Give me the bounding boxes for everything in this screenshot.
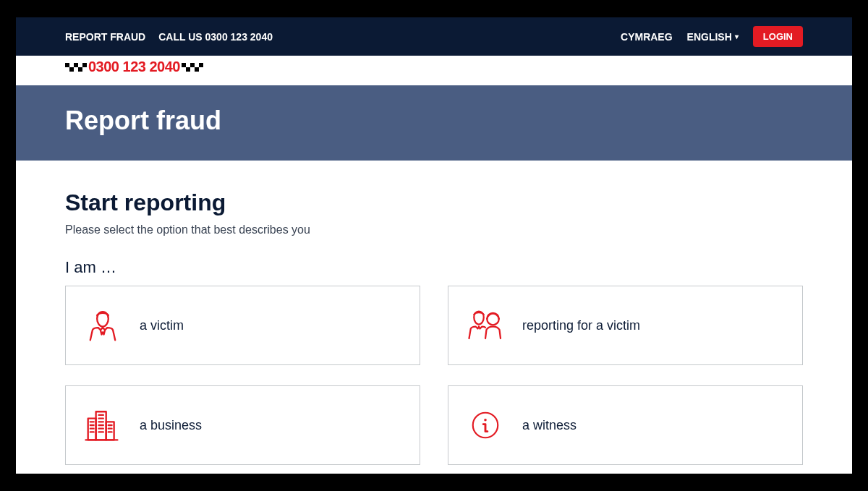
building-icon	[83, 406, 122, 445]
logo-phone-number: 0300 123 2040	[88, 59, 180, 75]
option-card-reporting-for-victim-label: reporting for a victim	[522, 318, 640, 333]
i-am-label: I am …	[65, 258, 803, 277]
checker-pattern-left	[65, 63, 87, 72]
call-us-link[interactable]: CALL US 0300 123 2040	[158, 31, 273, 43]
language-english-label: ENGLISH	[687, 31, 732, 43]
option-card-victim[interactable]: a victim	[65, 286, 420, 365]
option-card-witness[interactable]: a witness	[448, 385, 803, 465]
top-nav-left: REPORT FRAUD CALL US 0300 123 2040	[65, 31, 273, 43]
section-heading: Start reporting	[65, 189, 803, 216]
option-card-reporting-for-victim[interactable]: reporting for a victim	[448, 286, 803, 365]
section-subtitle: Please select the option that best descr…	[65, 223, 803, 236]
login-button[interactable]: LOGIN	[753, 26, 803, 47]
option-card-witness-label: a witness	[522, 418, 576, 433]
option-card-victim-label: a victim	[140, 318, 184, 333]
language-selector[interactable]: ENGLISH ▾	[687, 31, 739, 43]
person-icon	[83, 306, 122, 345]
page-container: REPORT FRAUD CALL US 0300 123 2040 CYMRA…	[16, 17, 852, 474]
page-title: Report fraud	[65, 106, 803, 136]
info-icon	[466, 406, 505, 445]
page-banner: Report fraud	[16, 85, 852, 161]
report-fraud-link[interactable]: REPORT FRAUD	[65, 31, 145, 43]
option-card-business-label: a business	[140, 418, 202, 433]
svg-point-19	[484, 419, 487, 422]
people-icon	[466, 306, 505, 345]
option-card-business[interactable]: a business	[65, 385, 420, 465]
language-cymraeg[interactable]: CYMRAEG	[621, 31, 673, 43]
top-nav-right: CYMRAEG ENGLISH ▾ LOGIN	[621, 26, 803, 47]
checker-pattern-right	[182, 63, 203, 72]
content-area: Start reporting Please select the option…	[16, 161, 852, 474]
top-navbar: REPORT FRAUD CALL US 0300 123 2040 CYMRA…	[16, 17, 852, 56]
option-cards-grid: a victim reporting for a victim	[65, 286, 803, 465]
logo-row: 0300 123 2040	[16, 56, 852, 85]
chevron-down-icon: ▾	[735, 33, 739, 40]
